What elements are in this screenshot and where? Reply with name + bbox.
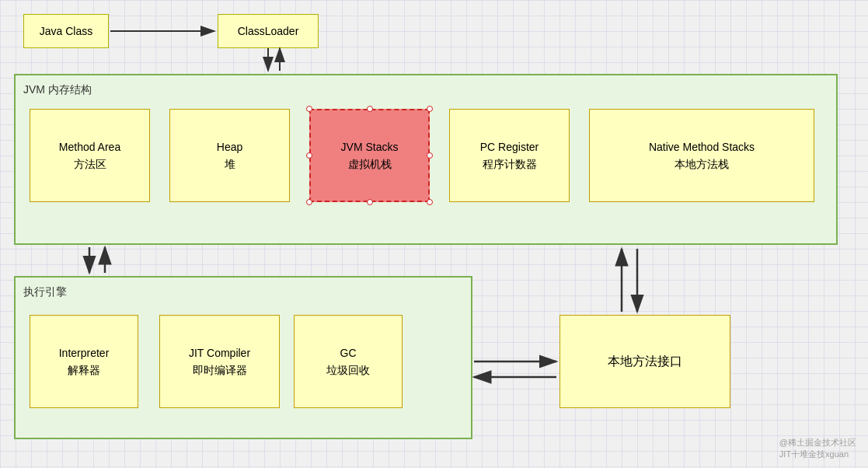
selection-handle-ml [306,152,312,159]
method-area-line2: 方法区 [74,155,106,173]
interpreter-line1: Interpreter [59,344,110,361]
method-area-line1: Method Area [59,138,120,155]
gc-box: GC 垃圾回收 [294,315,403,408]
jit-compiler-line1: JIT Compiler [189,344,250,361]
heap-line2: 堆 [225,155,235,173]
exec-engine-label: 执行引擎 [23,285,67,299]
gc-line2: 垃圾回收 [326,361,370,379]
classloader-label: ClassLoader [238,25,299,37]
native-method-stacks-box: Native Method Stacks 本地方法栈 [589,109,814,202]
method-area-box: Method Area 方法区 [30,109,150,202]
selection-handle-br [427,199,433,205]
selection-handle-tl [306,106,312,112]
pc-register-line1: PC Register [480,138,539,155]
diagram-canvas: Java Class ClassLoader JVM 内存结构 Method A… [0,0,868,468]
jvm-memory-label: JVM 内存结构 [23,83,92,97]
heap-line1: Heap [217,138,242,155]
jvm-stacks-line1: JVM Stacks [341,138,399,155]
interpreter-box: Interpreter 解释器 [30,315,138,408]
selection-handle-bc [367,199,373,205]
jvm-stacks-box: JVM Stacks 虚拟机栈 [309,109,430,202]
native-method-stacks-line2: 本地方法栈 [675,155,729,173]
native-interface-box: 本地方法接口 [559,315,730,408]
pc-register-box: PC Register 程序计数器 [449,109,570,202]
jit-compiler-line2: 即时编译器 [193,361,247,379]
jvm-stacks-line2: 虚拟机栈 [348,155,392,173]
java-class-label: Java Class [40,25,92,37]
selection-handle-bl [306,199,312,205]
jit-compiler-box: JIT Compiler 即时编译器 [159,315,280,408]
classloader-box: ClassLoader [218,14,319,48]
watermark: @稀土掘金技术社区JIT十堆金技xguan [779,437,856,460]
gc-line1: GC [340,344,357,361]
pc-register-line2: 程序计数器 [483,155,537,173]
selection-handle-tr [427,106,433,112]
java-class-box: Java Class [23,14,109,48]
native-method-stacks-line1: Native Method Stacks [649,138,755,155]
selection-handle-tc [367,106,373,112]
native-interface-label: 本地方法接口 [608,354,682,370]
selection-handle-mr [427,152,433,159]
heap-box: Heap 堆 [169,109,290,202]
interpreter-line2: 解释器 [68,361,100,379]
